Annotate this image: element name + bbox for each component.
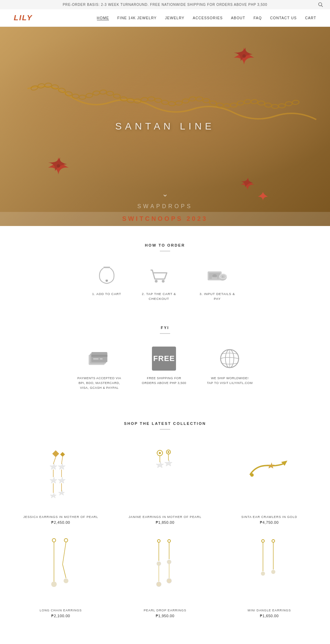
svg-line-85 [63,542,66,564]
step-1: 1. ADD TO CART [92,263,121,302]
product-long-chain-price: ₱2,100.00 [51,614,70,618]
how-to-order-title: HOW TO ORDER [14,243,316,247]
announcement-text: PRE-ORDER BASIS: 2-3 WEEK TURNAROUND. FR… [63,3,267,7]
svg-point-0 [319,2,322,5]
svg-point-32 [237,101,244,105]
nav-jewelry[interactable]: JEWELRY [165,16,185,20]
svg-point-10 [86,93,93,98]
svg-point-46 [155,280,157,282]
product-sinta-name: SINTA EAR CRAWLERS IN GOLD [241,515,297,519]
hero-chevron-icon[interactable]: ⌄ [162,190,168,199]
svg-point-78 [167,451,169,453]
fyi-worldwide-label: WE SHIP WORLDWIDE!TAP TO VISIT LILYINTL.… [207,376,253,386]
fyi-payments-label: PAYMENTS ACCEPTED VIABPI, BDO, MASTERCAR… [77,376,121,391]
product-mini-dangle-name: MINI DANGLE EARRINGS [248,609,291,612]
fyi-payments: PAYMENTS ACCEPTED VIABPI, BDO, MASTERCAR… [77,346,121,391]
svg-point-24 [182,99,189,103]
nav-faq[interactable]: FAQ [253,16,262,20]
shop-divider [160,429,170,430]
step-1-label: 1. ADD TO CART [92,292,121,296]
svg-point-41 [242,54,246,58]
hero-title: SANTAN LINE [115,121,214,132]
how-to-order-section: HOW TO ORDER 1. ADD TO CART [0,226,330,315]
how-to-order-divider [160,251,170,251]
svg-point-12 [100,90,107,94]
svg-point-83 [51,581,57,587]
svg-point-29 [217,103,224,108]
fyi-worldwide[interactable]: WE SHIP WORLDWIDE!TAP TO VISIT LILYINTL.… [207,346,253,391]
product-jessica-name: JESSICA EARRINGS IN MOTHER OF PEARL [23,515,98,519]
svg-point-26 [196,97,203,101]
search-icon[interactable] [318,2,323,8]
svg-rect-60 [91,354,107,357]
hero-switchoops-banner: SWITCNOOPS 2023 [0,212,330,226]
product-janine[interactable]: JANINE EARRINGS IN MOTHER OF PEARL ₱1,85… [118,442,212,525]
svg-point-103 [271,570,275,574]
svg-rect-61 [93,358,99,359]
svg-line-1 [321,5,323,7]
svg-point-90 [157,562,161,566]
svg-point-22 [168,101,176,106]
step-2: 2. TAP THE CART &CHECKOUT [142,263,176,302]
product-pearl-drop-name: PEARL DROP EARRINGS [144,609,186,612]
svg-text:$: $ [222,275,223,278]
svg-line-69 [62,457,63,464]
svg-point-23 [175,101,182,105]
svg-point-9 [79,95,86,99]
nav-about[interactable]: ABOUT [231,16,245,20]
svg-point-21 [161,100,168,105]
svg-rect-43 [103,267,110,268]
svg-rect-51 [212,277,217,279]
fyi-free-shipping[interactable]: FREE FREE SHIPPING FORORDERS ABOVE PHP 3… [142,346,186,391]
nav-fine-14k[interactable]: FINE 14K JEWELRY [117,16,157,20]
hero-swapdrops-text: SWAPDROPS [0,203,330,210]
svg-point-13 [107,91,113,95]
product-jessica[interactable]: JESSICA EARRINGS IN MOTHER OF PEARL ₱2,4… [14,442,108,525]
product-jessica-image [14,442,108,510]
product-pearl-drop-image [118,535,212,604]
product-sinta[interactable]: SINTA EAR CRAWLERS IN GOLD ₱4,750.00 [222,442,316,525]
product-jessica-price: ₱2,450.00 [51,520,70,525]
logo[interactable]: LILY [14,13,33,22]
product-long-chain[interactable]: LONG CHAIN EARRINGS ₱2,100.00 [14,535,108,618]
nav-contact[interactable]: CONTACT US [270,16,297,20]
svg-point-14 [113,94,121,99]
product-long-chain-name: LONG CHAIN EARRINGS [40,609,82,612]
svg-point-38 [278,104,285,108]
svg-point-20 [155,98,162,102]
svg-rect-59 [91,352,107,362]
free-badge: FREE [152,347,176,371]
fyi-free-label: FREE SHIPPING FORORDERS ABOVE PHP 3,500 [142,376,186,386]
product-janine-image [118,442,212,510]
svg-point-42 [57,164,60,168]
nav-home[interactable]: HOME [97,16,109,20]
product-pearl-drop[interactable]: PEARL DROP EARRINGS ₱1,950.00 [118,535,212,618]
product-mini-dangle[interactable]: MINI DANGLE EARRINGS ₱1,650.00 [222,535,316,618]
step-2-label: 2. TAP THE CART &CHECKOUT [142,292,176,302]
svg-point-27 [203,98,210,103]
svg-point-18 [141,97,148,102]
fyi-title: FYI [14,326,316,330]
nav-cart[interactable]: CART [305,16,316,20]
svg-point-93 [168,540,170,542]
step-3-label: 3. INPUT DETAILS & PAY [197,292,238,302]
svg-point-37 [272,104,279,109]
product-janine-price: ₱1,850.00 [156,520,175,525]
svg-point-81 [52,539,56,542]
svg-point-75 [159,452,161,454]
credit-card-icon [86,346,112,372]
nav-accessories[interactable]: ACCESSORIES [193,16,223,20]
main-nav: HOME FINE 14K JEWELRY JEWELRY ACCESSORIE… [97,16,316,20]
svg-point-92 [156,582,161,587]
product-sinta-price: ₱4,750.00 [260,520,279,525]
svg-point-98 [262,540,264,542]
free-shipping-icon: FREE [151,346,177,372]
product-sinta-image [222,442,316,510]
product-mini-dangle-image [222,535,316,604]
shop-section: SHOP THE LATEST COLLECTION [0,408,330,635]
svg-line-86 [63,564,66,578]
svg-point-36 [265,103,272,108]
svg-point-88 [157,540,160,542]
hero-section: SANTAN LINE ⌄ SWAPDROPS SWITCNOOPS 2023 [0,27,330,226]
fyi-divider [160,333,170,334]
